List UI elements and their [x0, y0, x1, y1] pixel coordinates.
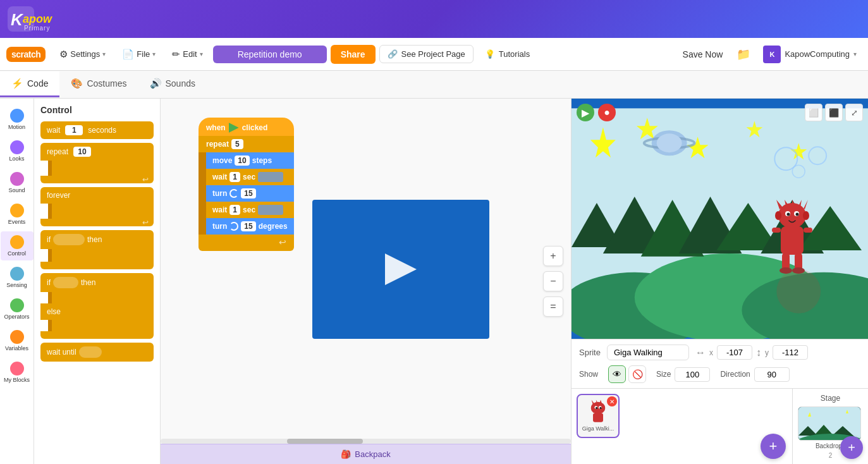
kapow-logo[interactable]: K apow Primary [8, 5, 90, 33]
sounds-tab-icon: 🔊 [150, 78, 162, 89]
folder-button[interactable]: 📁 [733, 44, 754, 65]
show-visible-button[interactable]: 👁 [608, 365, 626, 383]
save-now-button[interactable]: Save Now [676, 46, 730, 63]
reset-zoom-button[interactable]: = [543, 296, 563, 317]
sprite-thumb-giga[interactable]: ✕ Giga Walki... [577, 394, 620, 438]
categories-sidebar: Motion Looks Sound Events Control Sensin… [0, 99, 34, 464]
svg-point-37 [775, 211, 781, 220]
when-flag-block[interactable]: when clicked [199, 118, 294, 136]
sidebar-item-sensing[interactable]: Sensing [1, 263, 34, 292]
move-block[interactable]: move 10 steps [206, 152, 294, 169]
direction-label: Direction [720, 370, 750, 379]
play-button [385, 253, 417, 285]
tab-costumes[interactable]: 🎨 Costumes [59, 71, 138, 97]
stage-thumbnail[interactable] [798, 406, 861, 441]
video-overlay[interactable] [312, 200, 489, 339]
bottom-panel: ✕ Giga Walki... [572, 388, 868, 464]
turn-value-2[interactable]: 15 [241, 221, 255, 231]
tab-sounds[interactable]: 🔊 Sounds [138, 71, 207, 97]
add-backdrop-button[interactable]: + [840, 436, 863, 459]
sidebar-item-variables[interactable]: Variables [1, 326, 34, 355]
y-axis-icon: ↕ [756, 347, 761, 358]
sidebar-item-motion[interactable]: Motion [1, 105, 34, 134]
direction-input[interactable] [754, 367, 790, 382]
stage-layout-controls: ⬜ ⬛ ⤢ [805, 104, 863, 121]
add-sprite-button[interactable]: + [761, 434, 786, 459]
repeat-value-input[interactable] [73, 147, 91, 157]
sound-dot [10, 172, 24, 186]
svg-point-52 [596, 407, 597, 409]
size-label: Size [656, 370, 671, 379]
sprite-delete-button[interactable]: ✕ [607, 396, 617, 406]
kapow-account[interactable]: K KapowComputing ▾ [758, 43, 862, 66]
fullscreen-button[interactable]: ⤢ [845, 104, 863, 121]
repeat-block[interactable]: repeat 5 [199, 136, 294, 152]
svg-point-38 [803, 211, 809, 220]
top-banner: K apow Primary [0, 0, 868, 38]
size-input[interactable] [675, 367, 710, 382]
see-project-button[interactable]: 🔗 See Project Page [379, 45, 474, 63]
if-else-block-container[interactable]: if then else [40, 273, 154, 339]
wait-value-1[interactable]: 1 [229, 172, 240, 182]
backpack-bar[interactable]: 🎒 Backpack [161, 444, 571, 464]
edit-button[interactable]: ✏ Edit ▾ [166, 45, 209, 64]
green-flag-button[interactable]: ▶ [577, 104, 594, 121]
sidebar-item-control[interactable]: Control [1, 231, 34, 260]
share-button[interactable]: Share [331, 45, 376, 64]
project-name-input[interactable] [213, 46, 327, 63]
sidebar-item-operators[interactable]: Operators [1, 295, 34, 324]
zoom-out-button[interactable]: − [543, 271, 563, 291]
script-canvas[interactable]: when clicked repeat 5 move 10 [161, 99, 571, 464]
zoom-in-button[interactable]: + [543, 246, 563, 266]
svg-rect-41 [804, 228, 812, 233]
file-caret-icon: ▾ [152, 51, 156, 58]
wait-block-1[interactable]: wait 1 sec [206, 169, 294, 185]
tab-code[interactable]: ⚡ Code [0, 71, 59, 97]
show-hidden-button[interactable]: 🚫 [628, 365, 646, 383]
sprite-info: Sprite ↔ x ↕ y Show 👁 🚫 Size [572, 339, 868, 388]
canvas-controls: + − = [543, 246, 563, 317]
costumes-tab-icon: 🎨 [71, 78, 83, 89]
move-value[interactable]: 10 [235, 156, 249, 166]
wait-until-block[interactable]: wait until [40, 343, 154, 362]
wait-value-2[interactable]: 1 [229, 205, 240, 215]
edit-caret-icon: ▾ [200, 51, 203, 58]
h-scrollbar-thumb[interactable] [287, 439, 363, 444]
wait-value-input[interactable] [65, 125, 83, 135]
large-stage-button[interactable]: ⬛ [825, 104, 843, 121]
turn-value-1[interactable]: 15 [241, 188, 255, 198]
looks-dot [10, 140, 24, 154]
add-sprite-area: + [761, 434, 786, 459]
x-coord-input[interactable] [717, 345, 752, 360]
code-tabs: ⚡ Code 🎨 Costumes 🔊 Sounds [0, 71, 868, 99]
file-button[interactable]: 📄 File ▾ [116, 45, 162, 64]
y-coord-input[interactable] [773, 345, 808, 360]
repeat-value[interactable]: 5 [231, 139, 243, 149]
settings-caret-icon: ▾ [102, 51, 106, 58]
sidebar-item-events[interactable]: Events [1, 200, 34, 229]
variables-label: Variables [5, 345, 28, 351]
sidebar-item-looks[interactable]: Looks [1, 137, 34, 166]
svg-rect-54 [593, 413, 603, 422]
wait-block[interactable]: wait seconds [40, 121, 154, 139]
if-then-block-container[interactable]: if then [40, 230, 154, 269]
turn-block-2[interactable]: turn 15 degrees [206, 218, 294, 235]
wait-block-2[interactable]: wait 1 sec [206, 202, 294, 218]
stop-button[interactable]: ● [598, 104, 616, 121]
forever-block-container[interactable]: forever ↩ [40, 187, 154, 226]
script-stack[interactable]: when clicked repeat 5 move 10 [199, 118, 294, 251]
sidebar-item-myblocks[interactable]: My Blocks [1, 358, 34, 387]
repeat-block-container[interactable]: repeat ↩ [40, 143, 154, 183]
svg-rect-40 [772, 228, 781, 233]
small-stage-button[interactable]: ⬜ [805, 104, 822, 121]
sprite-name-input[interactable] [607, 345, 689, 360]
tutorials-button[interactable]: 💡 Tutorials [477, 46, 537, 63]
link-icon: 🔗 [388, 49, 398, 59]
show-toggles: 👁 🚫 [608, 365, 646, 383]
backpack-icon: 🎒 [341, 449, 351, 459]
rotate-ccw-icon [229, 222, 238, 231]
settings-button[interactable]: ⚙ Settings ▾ [53, 45, 112, 64]
turn-block-1[interactable]: turn 15 [206, 185, 294, 202]
h-scrollbar[interactable] [161, 439, 571, 444]
sidebar-item-sound[interactable]: Sound [1, 168, 34, 197]
